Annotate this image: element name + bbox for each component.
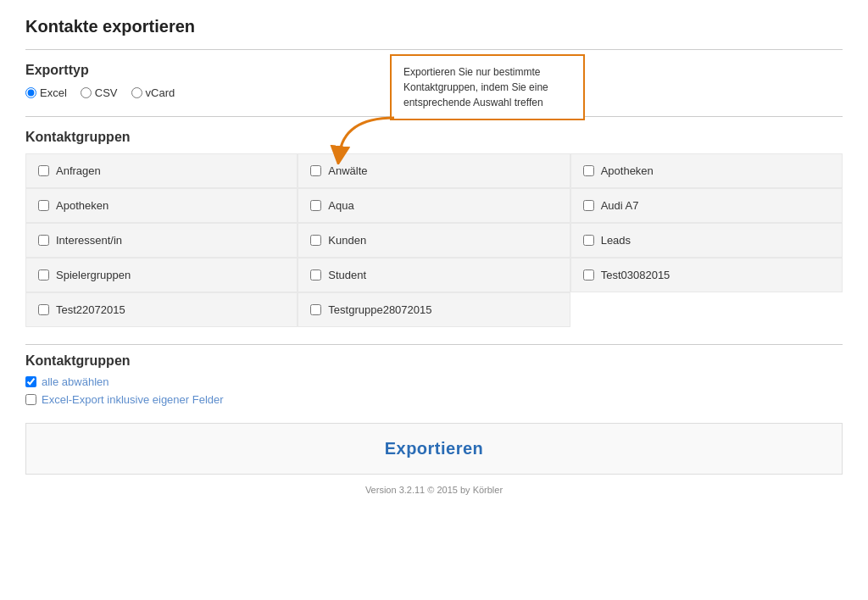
csv-radio[interactable]	[81, 87, 92, 98]
group-label-apotheken2: Apotheken	[56, 199, 108, 212]
group-cell-test22: Test22072015	[25, 292, 298, 327]
group-cell-apotheken1: Apotheken	[570, 153, 843, 188]
group-label-interessentin: Interessent/in	[56, 234, 122, 247]
group-cell-kunden: Kunden	[298, 223, 570, 258]
checkbox-kunden[interactable]	[310, 235, 321, 246]
checkbox-anwaelte[interactable]	[310, 165, 321, 176]
footer-text: Version 3.2.11 © 2015 by Körbler	[365, 485, 503, 495]
group-label-leads: Leads	[601, 234, 631, 247]
group-cell-student: Student	[298, 258, 570, 292]
csv-radio-text: CSV	[95, 86, 118, 99]
kontaktgruppen-label: Kontaktgruppen	[25, 130, 843, 145]
bottom-section: Kontaktgruppen alle abwählen Excel-Expor…	[25, 344, 843, 406]
checkbox-apotheken1[interactable]	[583, 165, 594, 176]
excel-radio-label[interactable]: Excel	[25, 86, 67, 99]
kontaktgruppen-section: Kontaktgruppen Anfragen Anwälte Apotheke…	[25, 130, 843, 327]
group-label-apotheken1: Apotheken	[601, 164, 654, 177]
excel-radio-text: Excel	[40, 86, 67, 99]
vcard-radio-label[interactable]: vCard	[131, 86, 175, 99]
vcard-radio-text: vCard	[146, 86, 175, 99]
group-cell-apotheken2: Apotheken	[25, 188, 298, 223]
group-cell-spielergruppen: Spielergruppen	[25, 258, 298, 292]
group-label-test03: Test03082015	[601, 269, 670, 281]
vcard-radio[interactable]	[131, 87, 142, 98]
checkbox-test03[interactable]	[583, 269, 594, 281]
exporttyp-section: Exporttyp Excel CSV vCard Exportieren Si…	[25, 63, 843, 112]
group-cell-empty	[570, 292, 843, 327]
group-label-testgruppe: Testgruppe28072015	[328, 303, 431, 316]
excel-radio[interactable]	[25, 87, 36, 98]
csv-radio-label[interactable]: CSV	[81, 86, 118, 99]
checkbox-interessentin[interactable]	[38, 235, 49, 246]
group-cell-leads: Leads	[570, 223, 843, 258]
group-cell-test03: Test03082015	[570, 258, 843, 292]
group-label-kunden: Kunden	[328, 234, 366, 247]
group-cell-audi: Audi A7	[570, 188, 843, 223]
checkbox-spielergruppen[interactable]	[38, 269, 49, 281]
group-cell-anfragen: Anfragen	[25, 153, 298, 188]
checkbox-leads[interactable]	[583, 235, 594, 246]
excel-export-label: Excel-Export inklusive eigener Felder	[42, 393, 224, 406]
group-label-test22: Test22072015	[56, 303, 125, 316]
checkbox-test22[interactable]	[38, 304, 49, 315]
group-label-spielergruppen: Spielergruppen	[56, 269, 131, 281]
footer: Version 3.2.11 © 2015 by Körbler	[25, 485, 843, 503]
tooltip-arrow	[326, 114, 403, 167]
checkbox-aqua[interactable]	[310, 200, 321, 211]
alle-abwaehlen-checkbox[interactable]	[25, 376, 36, 387]
alle-abwaehlen-row: alle abwählen	[25, 375, 843, 388]
checkbox-anfragen[interactable]	[38, 165, 49, 176]
excel-export-row: Excel-Export inklusive eigener Felder	[25, 393, 843, 406]
export-button-bar: Exportieren	[25, 423, 843, 475]
export-button[interactable]: Exportieren	[385, 439, 484, 458]
group-label-audi: Audi A7	[601, 199, 639, 212]
checkbox-student[interactable]	[310, 269, 321, 281]
group-cell-aqua: Aqua	[298, 188, 570, 223]
alle-abwaehlen-label: alle abwählen	[42, 375, 109, 388]
page-title: Kontakte exportieren	[25, 17, 843, 36]
checkbox-apotheken2[interactable]	[38, 200, 49, 211]
checkbox-audi[interactable]	[583, 200, 594, 211]
group-label-anfragen: Anfragen	[56, 164, 101, 177]
group-cell-interessentin: Interessent/in	[25, 223, 298, 258]
checkbox-testgruppe[interactable]	[310, 304, 321, 315]
groups-grid: Anfragen Anwälte Apotheken Apotheken Aqu…	[25, 153, 843, 327]
tooltip-text: Exportieren Sie nur bestimmte Kontaktgru…	[403, 66, 548, 108]
excel-export-checkbox[interactable]	[25, 394, 36, 405]
top-divider	[25, 49, 843, 50]
group-cell-testgruppe: Testgruppe28072015	[298, 292, 570, 327]
group-label-aqua: Aqua	[328, 199, 353, 212]
bottom-kontaktgruppen-label: Kontaktgruppen	[25, 353, 843, 369]
group-label-student: Student	[328, 269, 366, 281]
tooltip-box: Exportieren Sie nur bestimmte Kontaktgru…	[390, 54, 585, 120]
